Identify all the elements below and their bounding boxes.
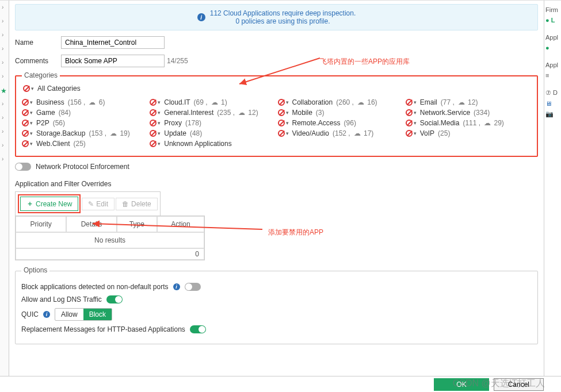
category-name[interactable]: Game bbox=[36, 109, 55, 117]
category-item: ▾Remote.Access (96) bbox=[278, 119, 403, 127]
category-count: (84) bbox=[59, 109, 71, 117]
category-action[interactable]: ▾ bbox=[278, 109, 289, 116]
category-name[interactable]: Update bbox=[164, 129, 186, 137]
category-action[interactable]: ▾ bbox=[406, 109, 417, 116]
category-name[interactable]: Web.Client bbox=[36, 140, 70, 148]
category-action[interactable]: ▾ bbox=[150, 120, 161, 126]
category-count: (153 , bbox=[89, 129, 106, 137]
col-action[interactable]: Action bbox=[157, 216, 204, 232]
rail-chevron[interactable]: › bbox=[2, 59, 3, 66]
col-details[interactable]: Details bbox=[66, 216, 116, 232]
npe-toggle[interactable] bbox=[15, 163, 31, 171]
category-item: ▾Game (84) bbox=[22, 109, 147, 117]
category-item: ▾Update (48) bbox=[150, 129, 275, 137]
category-item: ▾Video/Audio (152 , 17) bbox=[278, 129, 403, 137]
category-count: (152 , bbox=[333, 129, 350, 137]
category-name[interactable]: Cloud.IT bbox=[164, 98, 190, 106]
info-icon[interactable]: i bbox=[173, 283, 180, 290]
rail-chevron[interactable]: › bbox=[2, 156, 3, 162]
categories-legend: Categories bbox=[22, 71, 60, 79]
check-icon: ● L bbox=[545, 17, 560, 24]
rail-chevron[interactable]: › bbox=[2, 101, 3, 107]
rail-chevron[interactable]: › bbox=[2, 73, 3, 79]
category-action[interactable]: ▾ bbox=[406, 130, 417, 137]
camera-icon[interactable]: 📷 bbox=[545, 110, 560, 118]
comments-input[interactable] bbox=[61, 55, 165, 67]
opt-allow-dns-label: Allow and Log DNS Traffic bbox=[21, 295, 102, 303]
info-banner: i 112 Cloud Applications require deep in… bbox=[15, 4, 538, 30]
comments-label: Comments bbox=[15, 57, 61, 65]
star-icon[interactable]: ★ bbox=[1, 87, 7, 95]
category-action[interactable]: ▾ bbox=[22, 99, 33, 106]
category-name[interactable]: Email bbox=[420, 98, 437, 106]
rail-chevron[interactable]: › bbox=[2, 114, 3, 121]
category-item: ▾Email (77 , 12) bbox=[406, 98, 531, 106]
rail-chevron[interactable]: › bbox=[2, 142, 3, 148]
category-action[interactable]: ▾ bbox=[150, 109, 161, 116]
rail-chevron[interactable]: › bbox=[2, 32, 3, 38]
category-action[interactable]: ▾ bbox=[22, 109, 33, 116]
category-name[interactable]: Proxy bbox=[164, 119, 182, 127]
overrides-table: Priority Details Type Action No results … bbox=[15, 216, 205, 260]
monitor-icon[interactable]: 🖥 bbox=[545, 100, 560, 107]
category-name[interactable]: Mobile bbox=[292, 109, 312, 117]
delete-button: 🗑 Delete bbox=[116, 198, 158, 210]
category-item: ▾Storage.Backup (153 , 19) bbox=[22, 129, 147, 137]
rail-chevron[interactable]: › bbox=[2, 128, 3, 134]
category-count: (96) bbox=[344, 119, 356, 127]
category-action[interactable]: ▾ bbox=[278, 99, 289, 106]
opt-allow-dns-toggle[interactable] bbox=[106, 295, 123, 303]
category-name[interactable]: VoIP bbox=[420, 129, 434, 137]
create-new-button[interactable]: ＋Create New bbox=[20, 197, 78, 211]
quic-allow[interactable]: Allow bbox=[55, 309, 83, 320]
category-action[interactable]: ▾ bbox=[22, 130, 33, 137]
create-new-highlight: ＋Create New bbox=[18, 194, 81, 213]
category-count: (56) bbox=[53, 119, 65, 127]
all-categories-label: All Categories bbox=[37, 84, 81, 93]
npe-label: Network Protocol Enforcement bbox=[36, 163, 129, 171]
category-name[interactable]: Remote.Access bbox=[292, 119, 341, 127]
category-action[interactable]: ▾ bbox=[278, 130, 289, 137]
category-name[interactable]: Storage.Backup bbox=[36, 129, 85, 137]
category-name[interactable]: Unknown Applications bbox=[164, 140, 231, 148]
annotation-mid: 添加要禁用的APP bbox=[268, 228, 323, 237]
rail-chevron[interactable]: › bbox=[2, 4, 3, 10]
category-count: (3) bbox=[316, 109, 325, 117]
category-item: ▾Collaboration (260 , 16) bbox=[278, 98, 403, 106]
options-legend: Options bbox=[21, 266, 49, 274]
category-name[interactable]: Social.Media bbox=[420, 119, 460, 127]
category-action[interactable]: ▾ bbox=[406, 99, 417, 106]
col-priority[interactable]: Priority bbox=[16, 216, 66, 232]
category-action[interactable]: ▾ bbox=[278, 120, 289, 126]
comments-counter: 14/255 bbox=[167, 57, 188, 65]
no-results: No results bbox=[16, 232, 204, 248]
category-name[interactable]: Collaboration bbox=[292, 98, 333, 106]
list-icon[interactable]: ≡ bbox=[545, 72, 560, 79]
rail-chevron[interactable]: › bbox=[2, 18, 3, 24]
category-action[interactable]: ▾ bbox=[406, 120, 417, 126]
name-input[interactable] bbox=[61, 36, 165, 49]
category-name[interactable]: P2P bbox=[36, 119, 49, 127]
opt-block-nondefault-toggle[interactable] bbox=[185, 283, 201, 291]
category-action[interactable]: ▾ bbox=[150, 130, 161, 137]
opt-quic-label: QUIC bbox=[21, 310, 39, 318]
category-action[interactable]: ▾ bbox=[22, 120, 33, 126]
overrides-heading: Application and Filter Overrides bbox=[15, 180, 538, 188]
col-type[interactable]: Type bbox=[117, 216, 157, 232]
category-name[interactable]: Business bbox=[36, 98, 64, 106]
category-name[interactable]: Video/Audio bbox=[292, 129, 330, 137]
info-icon[interactable]: i bbox=[43, 311, 50, 318]
quic-block[interactable]: Block bbox=[83, 309, 112, 320]
category-action[interactable]: ▾ bbox=[150, 99, 161, 106]
category-action[interactable]: ▾ bbox=[150, 140, 161, 147]
category-name[interactable]: General.Interest bbox=[164, 109, 213, 117]
ok-button[interactable]: OK bbox=[434, 378, 489, 391]
rail-chevron[interactable]: › bbox=[2, 45, 3, 52]
category-action[interactable]: ▾ bbox=[22, 140, 33, 147]
category-name[interactable]: Network.Service bbox=[420, 109, 470, 117]
cancel-button[interactable]: Cancel bbox=[494, 378, 544, 391]
side-label-appl: Appl bbox=[545, 62, 560, 68]
category-count: (48) bbox=[190, 129, 202, 137]
opt-replacement-toggle[interactable] bbox=[190, 325, 206, 333]
all-categories-action[interactable]: ▾ bbox=[23, 85, 34, 92]
